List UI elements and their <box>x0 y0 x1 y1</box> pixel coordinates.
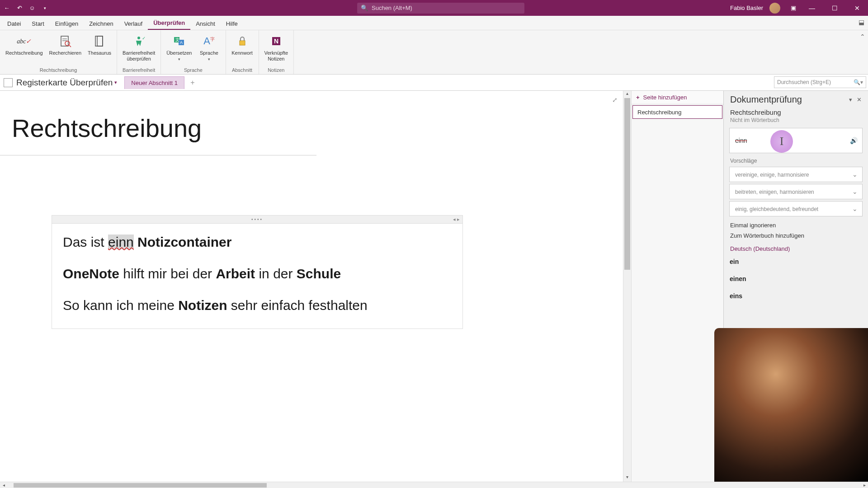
suggestion-item[interactable]: einen beitreten, einigen, harmonisieren … <box>729 184 863 199</box>
scroll-down-icon[interactable]: ▾ <box>623 474 631 482</box>
tab-einfuegen[interactable]: Einfügen <box>50 18 84 30</box>
search-box[interactable]: 🔍 Suchen (Alt+M) <box>357 3 524 14</box>
container-drag-handle[interactable]: •••• ◂ ▸ <box>52 216 462 224</box>
qat-dropdown-icon[interactable]: ▾ <box>40 3 50 13</box>
svg-rect-6 <box>97 36 103 46</box>
ribbon-accessibility[interactable]: ✓Barrierefreiheit überprüfen <box>120 32 158 67</box>
misspelled-word[interactable]: einn <box>108 235 134 249</box>
svg-text:✓: ✓ <box>142 36 146 41</box>
scroll-left-icon[interactable]: ◂ <box>0 483 7 488</box>
notebook-dropdown-icon[interactable]: ▾ <box>114 80 117 85</box>
tab-ueberpruefen[interactable]: Überprüfen <box>148 17 190 30</box>
note-line-2[interactable]: OneNote hilft mir bei der Arbeit in der … <box>63 264 452 283</box>
horizontal-scrollbar[interactable]: ◂ ▸ <box>0 482 868 488</box>
add-page-button[interactable]: +Seite hinzufügen <box>632 91 723 104</box>
proofing-error-word: einn <box>735 137 747 144</box>
chevron-down-icon[interactable]: ⌄ <box>852 205 858 212</box>
proofing-word-box[interactable]: einn 🔊 <box>729 128 863 153</box>
drag-dots-icon: •••• <box>251 217 263 222</box>
avatar[interactable] <box>769 3 780 14</box>
section-tab[interactable]: Neuer Abschnitt 1 <box>124 76 184 89</box>
resize-arrows-icon[interactable]: ◂ ▸ <box>453 216 460 222</box>
menu-bar: Datei Start Einfügen Zeichnen Verlauf Üb… <box>0 16 868 30</box>
ribbon-group-barrierefreiheit: ✓Barrierefreiheit überprüfen Barrierefre… <box>117 30 161 74</box>
page-title-underline <box>0 155 316 155</box>
ribbon-group-label: Notizen <box>262 67 291 73</box>
ribbon-group-label: Rechtschreibung <box>3 67 114 73</box>
scroll-right-icon[interactable]: ▸ <box>861 483 868 488</box>
accessibility-icon: ✓ <box>131 33 147 49</box>
proofing-language[interactable]: Deutsch (Deutschland) <box>724 241 868 257</box>
suggestions-label: Vorschläge <box>724 155 868 166</box>
tab-start[interactable]: Start <box>26 18 49 30</box>
notebook-search-placeholder: Durchsuchen (Strg+E) <box>777 79 831 85</box>
ribbon-group-notizen: NVerknüpfte Notizen Notizen <box>259 30 294 74</box>
ribbon-linked-notes[interactable]: NVerknüpfte Notizen <box>262 32 291 67</box>
window-restore-icon[interactable]: ▣ <box>788 3 798 13</box>
user-name[interactable]: Fabio Basler <box>730 5 763 11</box>
webcam-overlay <box>714 328 868 482</box>
ribbon-password[interactable]: Kennwort <box>229 32 256 67</box>
ribbon-translate[interactable]: 文AÜbersetzen▾ <box>164 32 194 67</box>
speaker-icon[interactable]: 🔊 <box>850 137 858 144</box>
chevron-down-icon: ▾ <box>208 57 210 61</box>
add-to-dict-link[interactable]: Zum Wörterbuch hinzufügen <box>724 230 868 241</box>
collapse-ribbon-icon[interactable]: ⬓ <box>859 19 864 26</box>
suggestion-item[interactable]: ein vereinige, einige, harmonisiere ⌄ <box>729 167 863 182</box>
scroll-track[interactable] <box>7 483 861 488</box>
ribbon-group-label: Abschnitt <box>229 67 256 73</box>
vertical-scrollbar[interactable]: ▴ ▾ <box>623 91 631 482</box>
pane-options-icon[interactable]: ▾ <box>849 96 852 103</box>
scroll-up-icon[interactable]: ▴ <box>623 91 631 98</box>
page-list-pane: +Seite hinzufügen Rechtschreibung <box>631 91 723 482</box>
notebook-search[interactable]: Durchsuchen (Strg+E) 🔍▾ <box>774 76 866 88</box>
ribbon-spelling[interactable]: abc✓Rechtschreibung <box>3 32 46 67</box>
quick-access: ← ↶ ☺ ▾ <box>2 3 50 13</box>
page-title[interactable]: Rechtschreibung <box>12 113 202 143</box>
note-container[interactable]: •••• ◂ ▸ Das ist einn Notizcontainer One… <box>52 215 463 329</box>
notebook-name[interactable]: Registerkarte Überprüfen <box>16 78 113 88</box>
chevron-down-icon[interactable]: ⌄ <box>852 171 858 178</box>
back-icon[interactable]: ← <box>2 3 12 13</box>
svg-text:文: 文 <box>175 38 179 42</box>
scroll-thumb[interactable] <box>14 483 267 488</box>
ribbon-thesaurus[interactable]: Thesaurus <box>85 32 114 67</box>
note-line-1[interactable]: Das ist einn Notizcontainer <box>63 233 452 252</box>
suggestion-item[interactable]: eins einig, gleichbedeutend, befreundet … <box>729 201 863 216</box>
pane-close-icon[interactable]: ✕ <box>857 96 862 103</box>
touch-icon[interactable]: ☺ <box>27 3 37 13</box>
page-canvas[interactable]: ⤢ Rechtschreibung •••• ◂ ▸ Das ist einn … <box>0 91 623 482</box>
titlebar-right: Fabio Basler ▣ ― ☐ ✕ <box>730 1 866 15</box>
note-line-3[interactable]: So kann ich meine Notizen sehr einfach f… <box>63 296 452 315</box>
maximize-button[interactable]: ☐ <box>826 1 844 15</box>
ribbon-collapse-icon[interactable]: ⌃ <box>857 30 868 74</box>
expand-icon[interactable]: ⤢ <box>612 96 618 103</box>
tab-hilfe[interactable]: Hilfe <box>221 18 243 30</box>
undo-icon[interactable]: ↶ <box>14 3 24 13</box>
proofing-subtitle: Rechtschreibung <box>724 108 868 117</box>
note-body[interactable]: Das ist einn Notizcontainer OneNote hilf… <box>52 224 462 328</box>
ribbon-language[interactable]: A字Sprache▾ <box>196 32 223 67</box>
ribbon-research[interactable]: Recherchieren <box>47 32 85 67</box>
chevron-down-icon[interactable]: ⌄ <box>852 188 858 195</box>
proofing-not-in-dict: Nicht im Wörterbuch <box>724 117 868 126</box>
ignore-once-link[interactable]: Einmal ignorieren <box>724 220 868 230</box>
tab-verlauf[interactable]: Verlauf <box>119 18 148 30</box>
svg-point-3 <box>65 41 70 46</box>
ribbon: abc✓Rechtschreibung Recherchieren Thesau… <box>0 30 868 75</box>
add-section-button[interactable]: + <box>187 77 198 88</box>
close-button[interactable]: ✕ <box>848 1 866 15</box>
minimize-button[interactable]: ― <box>803 1 821 15</box>
scroll-thumb[interactable] <box>624 98 630 270</box>
tab-datei[interactable]: Datei <box>2 18 26 30</box>
language-icon: A字 <box>201 33 217 49</box>
svg-line-4 <box>69 45 71 47</box>
svg-rect-13 <box>240 41 245 45</box>
notebook-icon[interactable] <box>4 78 13 87</box>
tab-ansicht[interactable]: Ansicht <box>190 18 221 30</box>
page-list-item[interactable]: Rechtschreibung <box>632 105 722 119</box>
tab-zeichnen[interactable]: Zeichnen <box>84 18 118 30</box>
ribbon-group-abschnitt: Kennwort Abschnitt <box>226 30 259 74</box>
svg-rect-5 <box>95 36 103 46</box>
search-placeholder: Suchen (Alt+M) <box>372 5 412 11</box>
